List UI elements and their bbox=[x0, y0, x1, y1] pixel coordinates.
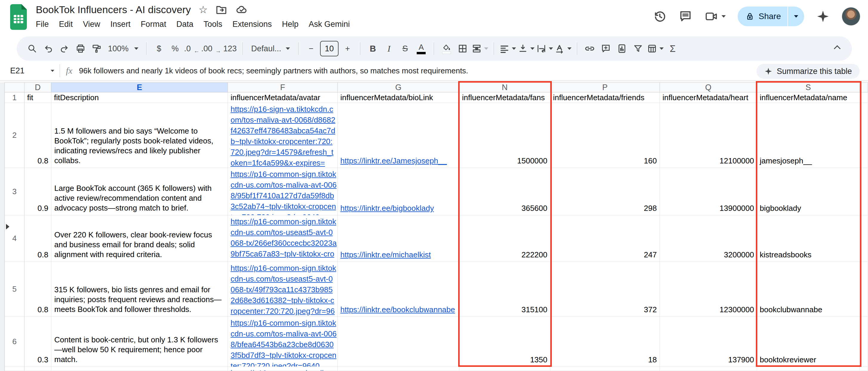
cell-D7[interactable] bbox=[25, 367, 51, 371]
col-header-E[interactable]: E bbox=[51, 82, 228, 92]
cell-F6-avatar-link[interactable]: https://p16-common-sign.tiktokcdn-us.com… bbox=[228, 317, 338, 367]
cloud-saved-icon[interactable] bbox=[235, 4, 248, 16]
zoom-select[interactable]: 100% bbox=[105, 40, 141, 57]
cell-F4-avatar-link[interactable]: https://p16-common-sign.tiktokcdn-us.com… bbox=[228, 215, 338, 262]
cell-G2-bio-link[interactable]: https://linktr.ee/Jamesjoseph__ bbox=[338, 103, 459, 168]
bold-button[interactable]: B bbox=[366, 40, 380, 57]
row-header-4[interactable]: 4 bbox=[5, 215, 25, 262]
menu-edit[interactable]: Edit bbox=[59, 20, 73, 29]
cell-P2[interactable]: 160 bbox=[550, 103, 660, 168]
cell-E6[interactable]: Content is book-centric, but only 1.3 K … bbox=[51, 317, 228, 367]
undo-button[interactable] bbox=[41, 40, 56, 57]
cell-P1[interactable]: influencerMetadata/friends bbox=[550, 92, 660, 103]
cell-S1[interactable]: influencerMetadata/name bbox=[757, 92, 860, 103]
insert-chart-button[interactable] bbox=[615, 40, 629, 57]
row-header-3[interactable]: 3 bbox=[5, 168, 25, 215]
cell-S7[interactable] bbox=[757, 367, 860, 371]
hidden-columns-right-icon[interactable] bbox=[6, 224, 9, 229]
format-percent-button[interactable]: % bbox=[168, 40, 182, 57]
row-header-2[interactable]: 2 bbox=[5, 103, 25, 168]
col-header-P[interactable]: P bbox=[550, 82, 660, 92]
text-rotation-button[interactable] bbox=[555, 40, 571, 57]
row-header-6[interactable]: 6 bbox=[5, 317, 25, 367]
share-button[interactable]: Share bbox=[738, 6, 804, 26]
search-icon[interactable] bbox=[25, 40, 39, 57]
cell-G1[interactable]: influencerMetadata/bioLink bbox=[338, 92, 459, 103]
fill-color-button[interactable] bbox=[439, 40, 454, 57]
more-formats-button[interactable]: 123 bbox=[223, 40, 237, 57]
cell-G7[interactable] bbox=[338, 367, 459, 371]
table-views-button[interactable] bbox=[647, 40, 664, 57]
menu-format[interactable]: Format bbox=[141, 20, 166, 29]
strikethrough-button[interactable]: S bbox=[398, 40, 412, 57]
menu-extensions[interactable]: Extensions bbox=[232, 20, 272, 29]
paint-format-button[interactable] bbox=[90, 40, 104, 57]
cell-S4[interactable]: kistreadsbooks bbox=[757, 215, 860, 262]
create-filter-button[interactable] bbox=[631, 40, 645, 57]
cell-Q2[interactable]: 12100000 bbox=[660, 103, 757, 168]
menu-ask-gemini[interactable]: Ask Gemini bbox=[309, 20, 350, 29]
collapse-toolbar-button[interactable] bbox=[829, 40, 843, 57]
meet-video-icon[interactable] bbox=[704, 10, 726, 23]
cell-G3-bio-link[interactable]: https://linktr.ee/bigbooklady bbox=[338, 168, 459, 215]
cell-P3[interactable]: 298 bbox=[550, 168, 660, 215]
cell-P6[interactable]: 18 bbox=[550, 317, 660, 367]
cell-N5[interactable]: 315100 bbox=[459, 262, 550, 317]
print-button[interactable] bbox=[73, 40, 88, 57]
cell-F2-avatar-link[interactable]: https://p16-sign-va.tiktokcdn.com/tos-ma… bbox=[228, 103, 338, 168]
row-header-7[interactable] bbox=[5, 367, 25, 371]
cell-G4-bio-link[interactable]: https://linktr.ee/michaelkist bbox=[338, 215, 459, 262]
cell-E5[interactable]: 315 K followers, bio lists genres and em… bbox=[51, 262, 228, 317]
cell-D4[interactable]: 0.8 bbox=[25, 215, 51, 262]
share-dropdown[interactable] bbox=[788, 6, 804, 26]
menu-file[interactable]: File bbox=[36, 20, 49, 29]
cell-F1[interactable]: influencerMetadata/avatar bbox=[228, 92, 338, 103]
row-header-1[interactable]: 1 bbox=[5, 92, 25, 103]
select-all-corner[interactable] bbox=[5, 82, 25, 92]
vertical-align-button[interactable] bbox=[518, 40, 534, 57]
menu-data[interactable]: Data bbox=[176, 20, 193, 29]
name-box-caret-icon[interactable] bbox=[51, 70, 54, 72]
menu-view[interactable]: View bbox=[83, 20, 100, 29]
text-wrap-button[interactable] bbox=[536, 40, 553, 57]
cell-D5[interactable]: 0.8 bbox=[25, 262, 51, 317]
cell-F3-avatar-link[interactable]: https://p16-common-sign.tiktokcdn-us.com… bbox=[228, 168, 338, 215]
doc-title[interactable]: BookTok Influencers - AI discovery bbox=[36, 4, 191, 16]
cell-N3[interactable]: 365600 bbox=[459, 168, 550, 215]
col-header-S[interactable]: S bbox=[757, 82, 860, 92]
cell-Q7[interactable] bbox=[660, 367, 757, 371]
increase-font-size-button[interactable]: + bbox=[340, 40, 355, 57]
cell-G6-bio-link[interactable] bbox=[338, 317, 459, 367]
cell-E7[interactable] bbox=[51, 367, 228, 371]
insert-comment-button[interactable] bbox=[599, 40, 613, 57]
menu-insert[interactable]: Insert bbox=[111, 20, 131, 29]
increase-decimal-button[interactable]: .00→ bbox=[202, 40, 221, 57]
cell-S2[interactable]: jamesjoseph__ bbox=[757, 103, 860, 168]
italic-button[interactable]: I bbox=[382, 40, 396, 57]
cell-Q6[interactable]: 137900 bbox=[660, 317, 757, 367]
cell-F5-avatar-link[interactable]: https://p16-common-sign.tiktokcdn-us.com… bbox=[228, 262, 338, 317]
cell-D1[interactable]: fit bbox=[25, 92, 51, 103]
cell-P5[interactable]: 372 bbox=[550, 262, 660, 317]
cell-N6[interactable]: 1350 bbox=[459, 317, 550, 367]
cell-N2[interactable]: 1500000 bbox=[459, 103, 550, 168]
cell-S6[interactable]: booktokreviewer bbox=[757, 317, 860, 367]
decrease-decimal-button[interactable]: .0← bbox=[184, 40, 199, 57]
decrease-font-size-button[interactable]: − bbox=[304, 40, 318, 57]
cell-F7-avatar-link[interactable]: https://p16-common-sign.tikto bbox=[228, 367, 338, 371]
col-header-G[interactable]: G bbox=[338, 82, 459, 92]
cell-E2[interactable]: 1.5 M followers and bio says “Welcome to… bbox=[51, 103, 228, 168]
text-color-button[interactable]: A bbox=[414, 40, 428, 57]
cell-D6[interactable]: 0.3 bbox=[25, 317, 51, 367]
cell-G5-bio-link[interactable]: https://linktr.ee/bookclubwannabe bbox=[338, 262, 459, 317]
summarize-table-button[interactable]: Summarize this table bbox=[756, 64, 860, 79]
cell-N7[interactable] bbox=[459, 367, 550, 371]
comments-icon[interactable] bbox=[679, 9, 692, 23]
horizontal-align-button[interactable] bbox=[499, 40, 516, 57]
col-header-N[interactable]: N bbox=[459, 82, 550, 92]
account-avatar[interactable] bbox=[842, 7, 860, 26]
cell-D2[interactable]: 0.8 bbox=[25, 103, 51, 168]
menu-tools[interactable]: Tools bbox=[204, 20, 222, 29]
cell-Q5[interactable]: 12300000 bbox=[660, 262, 757, 317]
formula-input[interactable]: 96k followers and nearly 1k videos of bo… bbox=[79, 66, 468, 75]
